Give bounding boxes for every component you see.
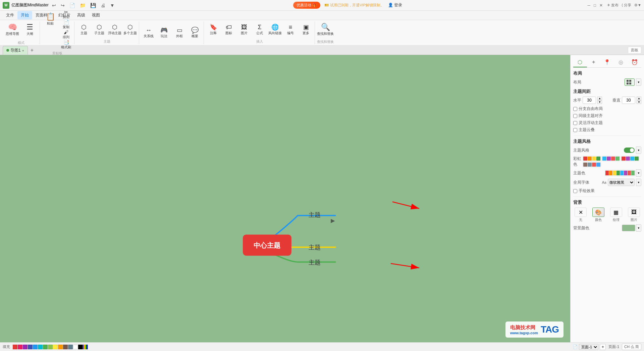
rainbow-option-1[interactable] — [583, 156, 601, 161]
palette-pink[interactable] — [18, 345, 22, 349]
boundary-button[interactable]: ▭ 外框 — [172, 25, 187, 41]
vertical-decrement[interactable]: ▼ — [637, 100, 641, 104]
add-page-button[interactable]: + — [600, 344, 606, 350]
menu-advanced[interactable]: 高级 — [74, 11, 89, 19]
bg-texture-item[interactable]: ▦ 纹理 — [610, 208, 622, 222]
panel-tab-time[interactable]: ⏰ — [628, 58, 641, 67]
vertical-increment[interactable]: ▲ — [637, 97, 641, 100]
palette-blue[interactable] — [33, 345, 38, 349]
input-method[interactable]: CH 么 简 — [622, 344, 641, 350]
palette-red[interactable] — [13, 345, 17, 349]
vertical-input[interactable] — [622, 97, 635, 104]
layout-grid-button[interactable] — [625, 78, 635, 86]
float-checkbox[interactable] — [573, 121, 577, 125]
minimize-button[interactable]: ─ — [586, 3, 592, 8]
callout-label: 玩法 — [161, 34, 167, 39]
bg-none-item[interactable]: ✕ 无 — [575, 208, 587, 222]
palette-yellow[interactable] — [53, 345, 58, 349]
bg-color-dropdown[interactable]: ▼ — [636, 224, 641, 232]
horizontal-input[interactable] — [583, 97, 596, 104]
maximize-button[interactable]: □ — [592, 3, 598, 8]
canvas-area[interactable]: 中心主题 主题 主题 主题 — [0, 55, 570, 342]
add-tab-button[interactable]: + — [29, 47, 35, 53]
horizontal-decrement[interactable]: ▼ — [597, 100, 602, 104]
style-toggle[interactable] — [624, 148, 635, 153]
style-dropdown[interactable]: ▼ — [636, 147, 641, 154]
undo-button[interactable]: ↩ — [51, 2, 57, 9]
palette-black[interactable] — [78, 345, 83, 349]
rainbow-option-2[interactable] — [602, 156, 620, 161]
menu-start[interactable]: 开始 — [17, 11, 32, 19]
callout-button[interactable]: 🎮 玩法 — [157, 25, 171, 41]
mindmap-mode-button[interactable]: 🧠 思维导图 — [4, 20, 21, 39]
page-icon: 📄 — [573, 345, 578, 349]
close-button[interactable]: ✕ — [598, 3, 604, 8]
theme-color-dropdown[interactable]: ▼ — [636, 169, 641, 177]
subtopic-button[interactable]: ⬡ 子主题 — [92, 22, 107, 38]
panel-tab-extra[interactable]: ✦ — [587, 58, 601, 67]
paste-label: 粘贴 — [47, 21, 54, 26]
find-replace-button[interactable]: 🔍 查找和替换 — [317, 21, 334, 38]
outline-mode-button[interactable]: ☰ 大纲 — [21, 20, 38, 39]
formula-button[interactable]: Σ 公式 — [252, 22, 267, 38]
bg-color-swatch[interactable] — [622, 225, 635, 231]
numbering-button[interactable]: ≡ 编号 — [283, 22, 298, 38]
file-new-button[interactable]: 📄 — [68, 2, 76, 9]
menu-view[interactable]: 视图 — [89, 11, 103, 19]
free-branch-checkbox[interactable] — [573, 107, 577, 111]
font-select[interactable]: 微软雅黑 Arial 宋体 — [608, 179, 635, 186]
tab-close-button[interactable]: ● — [22, 49, 24, 52]
hyperlink-button[interactable]: 🌐 风向链接 — [268, 22, 282, 38]
bg-image-item[interactable]: 🖼 图片 — [628, 208, 640, 222]
topic-button[interactable]: ⬡ 主题 — [76, 22, 91, 38]
cloud-row: 主题云叠 — [573, 127, 641, 133]
theme-color-swatches[interactable] — [605, 170, 635, 176]
panel-tab-pin[interactable]: 📍 — [600, 58, 614, 67]
palette-white[interactable] — [73, 345, 78, 349]
file-open-button[interactable]: 📁 — [78, 2, 87, 9]
layout-dropdown-button[interactable]: ▼ — [636, 78, 641, 86]
palette-cyan[interactable] — [38, 345, 43, 349]
palette-indigo[interactable] — [28, 345, 33, 349]
palette-purple[interactable] — [23, 345, 28, 349]
note-button[interactable]: 🔖 注释 — [206, 22, 221, 38]
horizontal-increment[interactable]: ▲ — [597, 97, 602, 100]
palette-green[interactable] — [43, 345, 48, 349]
rainbow-option-3[interactable] — [621, 156, 639, 161]
multi-topic-button[interactable]: ⬡ 多个主题 — [123, 22, 138, 38]
more-button[interactable]: ▼ — [109, 2, 116, 9]
bg-color-item[interactable]: 🎨 颜色 — [592, 208, 604, 222]
cut-button[interactable]: ✂ 剪切 — [59, 10, 73, 19]
promo-button[interactable]: 优惠活动 🎁 — [293, 2, 320, 9]
icon-button[interactable]: 🏷 图标 — [221, 22, 236, 38]
menu-file[interactable]: 文件 — [3, 11, 17, 19]
palette-brown[interactable] — [63, 345, 68, 349]
copy-button[interactable]: 📄 复制 — [59, 20, 73, 30]
page-select[interactable]: 页面-1 — [579, 344, 598, 350]
file-save-button[interactable]: 💾 — [89, 2, 97, 9]
palette-grey[interactable] — [68, 345, 73, 349]
align-checkbox[interactable] — [573, 114, 577, 118]
panel-tab-style[interactable]: ⬡ — [573, 58, 587, 67]
handdrawn-checkbox[interactable] — [573, 189, 577, 193]
more-insert-button[interactable]: ▣ 更多 — [299, 22, 313, 38]
print-button[interactable]: 🖨 — [99, 2, 107, 9]
format-brush-button[interactable]: 📑 格式刷 — [59, 40, 73, 50]
panel-tab-shape[interactable]: ◎ — [614, 58, 628, 67]
palette-orange[interactable] — [58, 345, 63, 349]
paste-button[interactable]: 📋 粘贴 — [42, 10, 59, 29]
redo-button[interactable]: ↪ — [59, 2, 66, 9]
image-button[interactable]: 🖼 图片 — [237, 22, 252, 38]
palette-gradient[interactable] — [83, 345, 88, 349]
relation-line-button[interactable]: ↔ 关系线 — [141, 25, 156, 41]
panel-toggle-button[interactable]: 面板 — [628, 47, 641, 54]
arrange-button[interactable]: 🖌 排列 — [59, 30, 73, 40]
summary-button[interactable]: 💬 概要 — [187, 25, 202, 41]
font-dropdown[interactable]: ▼ — [636, 179, 641, 186]
tab-diagram1[interactable]: 导图1 ● — [3, 46, 28, 55]
palette-lightgreen[interactable] — [48, 345, 53, 349]
float-topic-button[interactable]: ⬡ 浮动主题 — [107, 22, 122, 38]
cloud-checkbox[interactable] — [573, 128, 577, 132]
rainbow-option-4[interactable] — [583, 162, 601, 167]
login-button[interactable]: 👤 登录 — [388, 2, 402, 8]
